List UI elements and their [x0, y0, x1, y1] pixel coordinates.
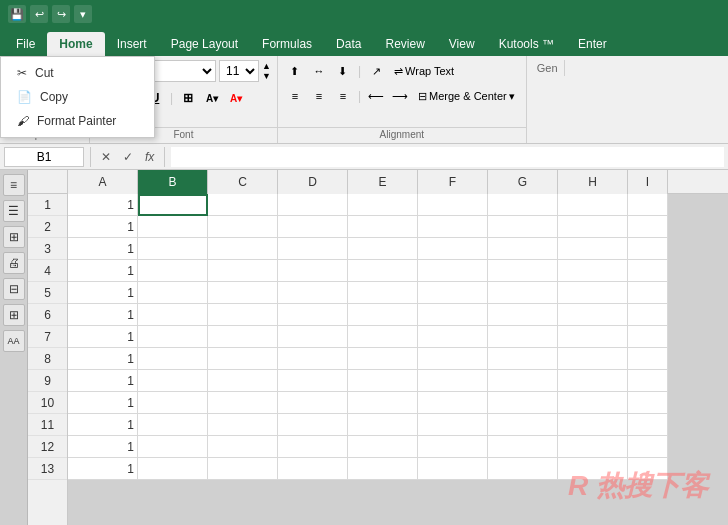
cell-12-I[interactable] — [628, 436, 668, 458]
cell-4-I[interactable] — [628, 260, 668, 282]
redo-icon[interactable]: ↪ — [52, 5, 70, 23]
cell-11-C[interactable] — [208, 414, 278, 436]
cell-12-A[interactable]: 1 — [68, 436, 138, 458]
col-header-h[interactable]: H — [558, 170, 628, 194]
sidebar-icon-1[interactable]: ≡ — [3, 174, 25, 196]
cell-1-G[interactable] — [488, 194, 558, 216]
cell-4-A[interactable]: 1 — [68, 260, 138, 282]
cell-3-F[interactable] — [418, 238, 488, 260]
increase-indent-button[interactable]: ⟶ — [389, 85, 411, 107]
cell-1-F[interactable] — [418, 194, 488, 216]
cell-10-D[interactable] — [278, 392, 348, 414]
tab-home[interactable]: Home — [47, 32, 104, 56]
cell-6-I[interactable] — [628, 304, 668, 326]
cell-2-A[interactable]: 1 — [68, 216, 138, 238]
cell-13-B[interactable] — [138, 458, 208, 480]
cell-7-E[interactable] — [348, 326, 418, 348]
align-bottom-button[interactable]: ⬇ — [332, 60, 354, 82]
undo-icon[interactable]: ↩ — [30, 5, 48, 23]
cell-11-G[interactable] — [488, 414, 558, 436]
cell-11-I[interactable] — [628, 414, 668, 436]
cell-10-B[interactable] — [138, 392, 208, 414]
cell-2-G[interactable] — [488, 216, 558, 238]
cell-10-E[interactable] — [348, 392, 418, 414]
cell-4-F[interactable] — [418, 260, 488, 282]
cell-7-B[interactable] — [138, 326, 208, 348]
col-header-a[interactable]: A — [68, 170, 138, 194]
col-header-e[interactable]: E — [348, 170, 418, 194]
cell-10-A[interactable]: 1 — [68, 392, 138, 414]
cell-3-D[interactable] — [278, 238, 348, 260]
wrap-text-button[interactable]: ⇌ Wrap Text — [389, 60, 459, 82]
cell-2-F[interactable] — [418, 216, 488, 238]
col-header-i[interactable]: I — [628, 170, 668, 194]
font-size-decrease[interactable]: ▼ — [262, 72, 271, 81]
cell-1-D[interactable] — [278, 194, 348, 216]
cell-3-C[interactable] — [208, 238, 278, 260]
align-middle-button[interactable]: ↔ — [308, 60, 330, 82]
cell-12-D[interactable] — [278, 436, 348, 458]
cell-10-C[interactable] — [208, 392, 278, 414]
font-color-button[interactable]: A▾ — [225, 87, 247, 109]
cell-5-A[interactable]: 1 — [68, 282, 138, 304]
cell-1-E[interactable] — [348, 194, 418, 216]
cell-9-D[interactable] — [278, 370, 348, 392]
cell-13-D[interactable] — [278, 458, 348, 480]
tab-review[interactable]: Review — [373, 32, 436, 56]
cell-1-C[interactable] — [208, 194, 278, 216]
cell-2-D[interactable] — [278, 216, 348, 238]
cell-7-D[interactable] — [278, 326, 348, 348]
format-painter-menu-item[interactable]: 🖌 Format Painter — [1, 109, 154, 133]
cell-6-E[interactable] — [348, 304, 418, 326]
align-right-button[interactable]: ≡ — [332, 85, 354, 107]
cell-12-G[interactable] — [488, 436, 558, 458]
font-size-increase[interactable]: ▲ — [262, 62, 271, 71]
cell-3-B[interactable] — [138, 238, 208, 260]
cell-7-H[interactable] — [558, 326, 628, 348]
cell-9-C[interactable] — [208, 370, 278, 392]
cut-menu-item[interactable]: ✂ Cut — [1, 61, 154, 85]
save-icon[interactable]: 💾 — [8, 5, 26, 23]
sidebar-icon-7[interactable]: AA — [3, 330, 25, 352]
cell-6-D[interactable] — [278, 304, 348, 326]
cell-4-C[interactable] — [208, 260, 278, 282]
cell-12-F[interactable] — [418, 436, 488, 458]
cell-6-G[interactable] — [488, 304, 558, 326]
copy-menu-item[interactable]: 📄 Copy — [1, 85, 154, 109]
align-left-button[interactable]: ≡ — [284, 85, 306, 107]
decrease-indent-button[interactable]: ⟵ — [365, 85, 387, 107]
cell-9-B[interactable] — [138, 370, 208, 392]
cell-3-H[interactable] — [558, 238, 628, 260]
cell-5-E[interactable] — [348, 282, 418, 304]
cell-7-C[interactable] — [208, 326, 278, 348]
cell-8-B[interactable] — [138, 348, 208, 370]
cell-2-E[interactable] — [348, 216, 418, 238]
cell-5-G[interactable] — [488, 282, 558, 304]
cell-8-I[interactable] — [628, 348, 668, 370]
formula-input[interactable] — [171, 147, 724, 167]
cell-13-H[interactable] — [558, 458, 628, 480]
cell-5-D[interactable] — [278, 282, 348, 304]
cell-9-F[interactable] — [418, 370, 488, 392]
cell-5-F[interactable] — [418, 282, 488, 304]
sidebar-icon-2[interactable]: ☰ — [3, 200, 25, 222]
col-header-g[interactable]: G — [488, 170, 558, 194]
cell-4-H[interactable] — [558, 260, 628, 282]
text-rotate-button[interactable]: ↗ — [365, 60, 387, 82]
col-header-d[interactable]: D — [278, 170, 348, 194]
sidebar-icon-4[interactable]: 🖨 — [3, 252, 25, 274]
cell-7-G[interactable] — [488, 326, 558, 348]
cell-5-I[interactable] — [628, 282, 668, 304]
cell-5-C[interactable] — [208, 282, 278, 304]
cell-6-H[interactable] — [558, 304, 628, 326]
cell-10-G[interactable] — [488, 392, 558, 414]
cell-12-E[interactable] — [348, 436, 418, 458]
cell-9-I[interactable] — [628, 370, 668, 392]
formula-insert-icon[interactable]: fx — [141, 150, 158, 164]
cell-13-E[interactable] — [348, 458, 418, 480]
cell-5-H[interactable] — [558, 282, 628, 304]
cell-8-E[interactable] — [348, 348, 418, 370]
name-box[interactable] — [4, 147, 84, 167]
cell-4-E[interactable] — [348, 260, 418, 282]
cell-1-I[interactable] — [628, 194, 668, 216]
